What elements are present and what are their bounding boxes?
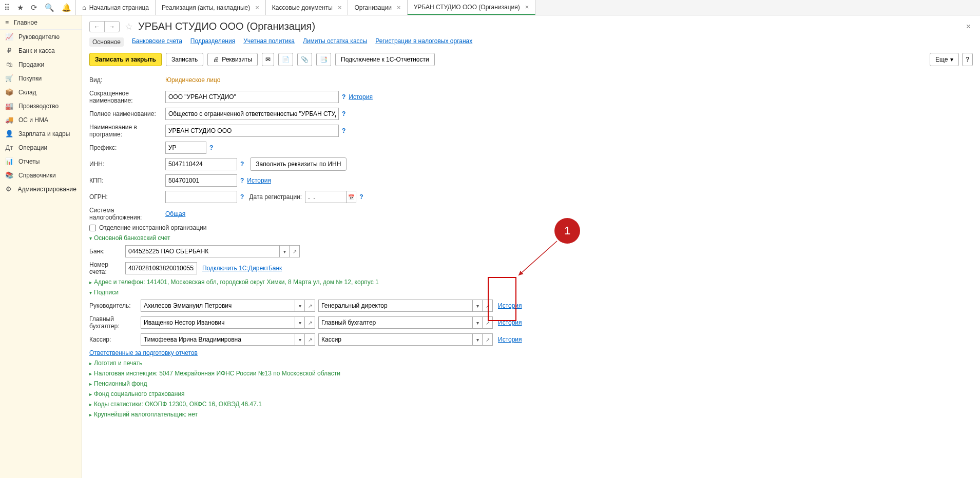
ogrn-input[interactable] <box>165 191 237 203</box>
sidebar-item[interactable]: 🛒Покупки <box>0 71 82 85</box>
sidebar-item[interactable]: ДтОперации <box>0 141 82 154</box>
tab[interactable]: Кассовые документы× <box>266 0 349 15</box>
help-icon[interactable]: ? <box>240 177 244 184</box>
dropdown-icon[interactable]: ▾ <box>295 316 305 329</box>
sidebar-item[interactable]: 🏭Производство <box>0 99 82 113</box>
sidebar-item[interactable]: 🚚ОС и НМА <box>0 113 82 127</box>
inn-input[interactable] <box>165 158 237 170</box>
section-toggle[interactable]: Логотип и печать <box>89 360 973 367</box>
section-toggle[interactable]: Фонд социального страхования <box>89 390 973 397</box>
open-icon[interactable]: ↗ <box>305 316 315 329</box>
sidebar-item[interactable]: 📈Руководителю <box>0 30 82 44</box>
sidebar-item[interactable]: ⚙Администрирование <box>0 182 82 196</box>
address-section-toggle[interactable]: Адрес и телефон: 141401, Московская обл,… <box>89 278 973 286</box>
help-icon[interactable]: ? <box>342 93 345 101</box>
sidebar-toggle[interactable]: ≡ Главное <box>0 15 82 30</box>
close-icon[interactable]: × <box>525 3 529 11</box>
close-page-icon[interactable]: × <box>966 22 973 31</box>
accountant-pos-input[interactable] <box>318 316 472 329</box>
vid-value[interactable]: Юридическое лицо <box>165 76 220 84</box>
bell-icon[interactable]: 🔔 <box>62 3 71 12</box>
tax-value[interactable]: Общая <box>165 210 185 217</box>
foreign-branch-checkbox[interactable] <box>89 225 96 231</box>
star-icon[interactable]: ★ <box>17 3 24 12</box>
close-icon[interactable]: × <box>338 4 342 11</box>
responsible-link[interactable]: Ответственные за подготовку отчетов <box>89 349 198 356</box>
dropdown-icon[interactable]: ▾ <box>472 316 483 329</box>
prefix-input[interactable] <box>165 142 206 154</box>
help-icon[interactable]: ? <box>342 127 345 134</box>
section-toggle[interactable]: Налоговая инспекция: 5047 Межрайонная ИФ… <box>89 370 973 377</box>
prog-name-input[interactable] <box>165 125 339 137</box>
tab[interactable]: Организации× <box>348 0 407 15</box>
signs-section-toggle[interactable]: Подписи <box>89 289 973 296</box>
directbank-link[interactable]: Подключить 1С:ДиректБанк <box>202 265 282 272</box>
subnav-item[interactable]: Учетная политика <box>243 37 295 47</box>
section-toggle[interactable]: Коды статистики: ОКОПФ 12300, ОКФС 16, О… <box>89 401 973 408</box>
subnav-item[interactable]: Лимиты остатка кассы <box>303 37 367 47</box>
save-button[interactable]: Записать <box>166 53 203 66</box>
section-toggle[interactable]: Пенсионный фонд <box>89 380 973 387</box>
fill-by-inn-button[interactable]: Заполнить реквизиты по ИНН <box>250 157 347 171</box>
full-name-input[interactable] <box>165 108 339 120</box>
sidebar-item[interactable]: 📦Склад <box>0 85 82 99</box>
sidebar-item[interactable]: 📊Отчеты <box>0 154 82 168</box>
save-close-button[interactable]: Записать и закрыть <box>89 53 162 66</box>
history-link-cashier[interactable]: История <box>498 336 522 343</box>
history-link-accountant[interactable]: История <box>498 319 522 326</box>
tab[interactable]: ⌂Начальная страница <box>76 0 156 15</box>
file-button[interactable]: 📄 <box>278 53 293 66</box>
dropdown-icon[interactable]: ▾ <box>472 333 483 346</box>
dropdown-icon[interactable]: ▾ <box>295 300 305 312</box>
short-name-input[interactable] <box>165 91 339 103</box>
subnav-item[interactable]: Основное <box>89 37 124 47</box>
dropdown-icon[interactable]: ▾ <box>279 245 290 257</box>
kpp-input[interactable] <box>165 174 237 187</box>
report-button[interactable]: 📑 <box>316 53 331 66</box>
apps-icon[interactable]: ⠿ <box>4 3 10 12</box>
head-input[interactable] <box>141 300 295 312</box>
subnav-item[interactable]: Регистрации в налоговых органах <box>375 37 472 47</box>
more-button[interactable]: Еще ▾ <box>930 53 959 66</box>
close-icon[interactable]: × <box>255 4 259 11</box>
section-toggle[interactable]: Крупнейший налогоплательщик: нет <box>89 411 973 418</box>
connect-1c-button[interactable]: Подключение к 1С-Отчетности <box>335 53 435 66</box>
subnav-item[interactable]: Банковские счета <box>132 37 182 47</box>
refresh-icon[interactable]: ⟳ <box>31 3 37 12</box>
sidebar-item[interactable]: 📚Справочники <box>0 168 82 182</box>
mail-button[interactable]: ✉ <box>262 53 274 66</box>
favorite-star-icon[interactable]: ☆ <box>125 21 133 32</box>
open-icon[interactable]: ↗ <box>290 245 300 257</box>
requisites-button[interactable]: 🖨Реквизиты <box>207 53 258 66</box>
subnav-item[interactable]: Подразделения <box>190 37 235 47</box>
help-icon[interactable]: ? <box>240 161 244 168</box>
account-input[interactable] <box>125 262 197 274</box>
cashier-input[interactable] <box>141 333 295 346</box>
open-icon[interactable]: ↗ <box>483 300 493 312</box>
help-icon[interactable]: ? <box>209 144 213 151</box>
dropdown-icon[interactable]: ▾ <box>295 333 305 346</box>
bank-input[interactable] <box>125 245 279 257</box>
nav-back-icon[interactable]: ← <box>90 22 105 32</box>
attach-button[interactable]: 📎 <box>297 53 312 66</box>
sidebar-item[interactable]: 🛍Продажи <box>0 57 82 71</box>
open-icon[interactable]: ↗ <box>483 333 493 346</box>
help-icon[interactable]: ? <box>342 110 345 117</box>
head-pos-input[interactable] <box>318 300 472 312</box>
cashier-pos-input[interactable] <box>318 333 472 346</box>
help-icon[interactable]: ? <box>359 193 363 201</box>
calendar-icon[interactable]: 📅 <box>346 191 356 203</box>
open-icon[interactable]: ↗ <box>483 316 493 329</box>
tab[interactable]: Реализация (акты, накладные)× <box>156 0 266 15</box>
tab[interactable]: УРБАН СТУДИО ООО (Организация)× <box>408 0 536 15</box>
history-link[interactable]: История <box>349 93 373 101</box>
close-icon[interactable]: × <box>397 4 401 11</box>
nav-forward-icon[interactable]: → <box>105 22 119 32</box>
help-button[interactable]: ? <box>962 53 973 66</box>
accountant-input[interactable] <box>141 316 295 329</box>
open-icon[interactable]: ↗ <box>305 300 315 312</box>
open-icon[interactable]: ↗ <box>305 333 315 346</box>
history-link[interactable]: История <box>247 177 271 184</box>
search-icon[interactable]: 🔍 <box>45 3 54 12</box>
help-icon[interactable]: ? <box>240 193 244 201</box>
